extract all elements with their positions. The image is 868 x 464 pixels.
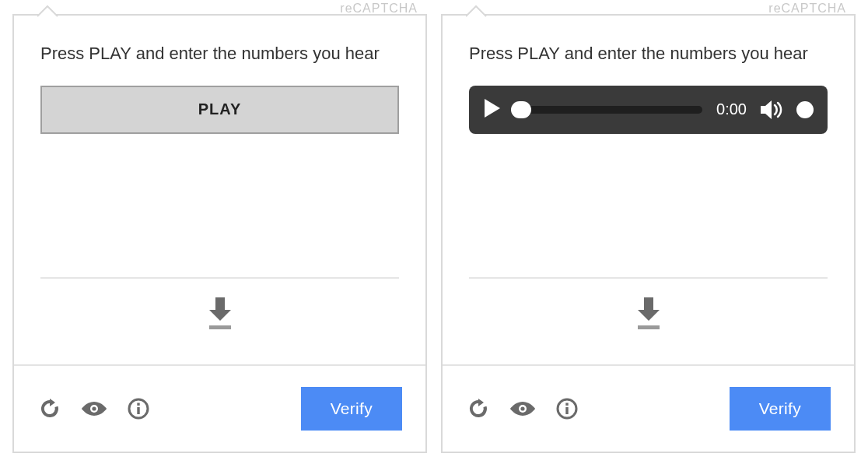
play-button-label: PLAY — [198, 100, 242, 118]
svg-point-4 — [92, 406, 96, 410]
svg-rect-7 — [137, 403, 139, 406]
svg-rect-10 — [644, 297, 653, 310]
svg-marker-11 — [638, 310, 660, 321]
player-play-icon[interactable] — [483, 97, 502, 122]
svg-marker-1 — [209, 310, 231, 321]
footer-icons-left — [37, 396, 151, 421]
player-seek-thumb[interactable] — [511, 101, 531, 118]
captcha-panel-right: reCAPTCHA Press PLAY and enter the numbe… — [441, 14, 856, 453]
panel-footer-right: Verify — [443, 364, 854, 452]
download-audio-button-right[interactable] — [633, 296, 664, 333]
reload-icon[interactable] — [37, 396, 62, 421]
reload-icon[interactable] — [466, 396, 491, 421]
captcha-panel-left: reCAPTCHA Press PLAY and enter the numbe… — [12, 14, 427, 453]
svg-rect-2 — [209, 325, 231, 329]
callout-pointer-right — [466, 5, 486, 16]
footer-icons-right — [466, 396, 579, 421]
info-icon[interactable] — [126, 396, 151, 421]
player-seek-track[interactable] — [513, 106, 702, 114]
svg-rect-16 — [565, 407, 568, 414]
player-time: 0:00 — [716, 100, 747, 118]
svg-point-14 — [520, 406, 524, 410]
eye-icon[interactable] — [508, 396, 537, 421]
player-volume-icon[interactable] — [759, 99, 786, 121]
svg-rect-6 — [137, 407, 139, 414]
download-audio-button-left[interactable] — [205, 296, 236, 333]
verify-button-label-right: Verify — [759, 399, 801, 417]
verify-button-left[interactable]: Verify — [301, 387, 402, 431]
svg-marker-8 — [485, 99, 500, 118]
brand-label-left: reCAPTCHA — [340, 2, 418, 16]
svg-marker-9 — [761, 100, 772, 119]
play-button[interactable]: PLAY — [40, 86, 399, 134]
svg-rect-12 — [638, 325, 660, 329]
instruction-text-right: Press PLAY and enter the numbers you hea… — [469, 42, 828, 65]
stage: reCAPTCHA Press PLAY and enter the numbe… — [0, 0, 868, 464]
audio-player: 0:00 — [469, 86, 828, 134]
panel-middle-right — [443, 134, 854, 364]
info-icon[interactable] — [555, 396, 579, 421]
panel-body-right: Press PLAY and enter the numbers you hea… — [443, 16, 854, 134]
verify-button-label-left: Verify — [331, 399, 373, 417]
eye-icon[interactable] — [79, 396, 109, 421]
panel-middle-left — [14, 134, 425, 364]
callout-pointer-left — [37, 5, 58, 16]
separator-left — [40, 277, 399, 279]
separator-right — [469, 277, 828, 279]
player-volume-thumb[interactable] — [796, 101, 814, 118]
instruction-text-left: Press PLAY and enter the numbers you hea… — [40, 42, 399, 65]
panel-footer-left: Verify — [14, 364, 425, 452]
panel-body-left: Press PLAY and enter the numbers you hea… — [14, 16, 425, 134]
svg-rect-17 — [565, 403, 568, 406]
svg-rect-0 — [215, 297, 225, 310]
brand-label-right: reCAPTCHA — [768, 2, 846, 16]
verify-button-right[interactable]: Verify — [730, 387, 831, 431]
